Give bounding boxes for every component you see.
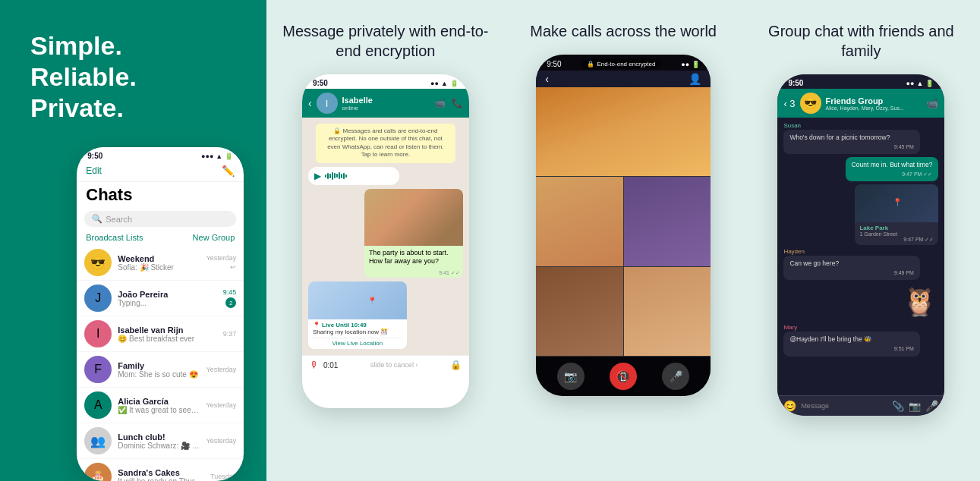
chat-header: Edit ✏️ — [77, 162, 244, 182]
audio-waveform — [325, 171, 393, 181]
mic-icon-group[interactable]: 🎤 — [925, 400, 938, 412]
play-icon[interactable]: ▶ — [314, 171, 321, 181]
group-header: ‹ 3 😎 Friends Group Alice, Hayden, Mary,… — [777, 89, 944, 118]
time-1: 9:50 — [87, 152, 102, 160]
chat-item-alicia[interactable]: A Alicia García ✅ It was great to see yo… — [77, 388, 244, 423]
msg-header-2: ‹ I Isabelle online 📹 📞 — [302, 89, 469, 118]
status-bar-2: 9:50 ●●▲🔋 — [302, 74, 469, 89]
panel-3-subtitle: Make calls across the world — [530, 21, 717, 41]
search-placeholder: Search — [106, 215, 132, 224]
avatar-lunch: 👥 — [84, 427, 112, 454]
location-map-2: 📍 — [855, 184, 938, 222]
back-button-3[interactable]: ‹ — [545, 73, 549, 85]
avatar-family: F — [84, 356, 112, 383]
chat-item-lunch[interactable]: 👥 Lunch club! Dominic Schwarz: 🎥 GIF Yes… — [77, 423, 244, 459]
video-tile-4 — [536, 267, 623, 356]
video-tile-3 — [624, 177, 711, 266]
group-input-bar: 😊 Message 📎 📷 🎤 — [777, 395, 944, 416]
bubble-hayden: Can we go here? 9:49 PM — [783, 256, 920, 280]
chat-info-weekend: Weekend Sofia: 🎉 Sticker — [118, 254, 200, 272]
panel-4: Group chat with friends and family 9:50 … — [742, 0, 980, 481]
encrypted-badge: 🔒 End-to-end encrypted — [581, 59, 661, 69]
msg-susan: Susan Who's down for a picnic tomorrow? … — [783, 122, 938, 154]
recording-bar: 🎙 0:01 slide to cancel ‹ 🔒 — [302, 355, 469, 374]
call-controls: 📷 📵 🎤 — [536, 357, 711, 396]
view-location-button[interactable]: View Live Location — [313, 338, 402, 347]
chat-item-joao[interactable]: J João Pereira Typing... 9:45 2 — [77, 281, 244, 316]
avatar-isabelle: I — [84, 320, 112, 347]
avatar-weekend: 😎 — [84, 249, 112, 276]
group-messages: Susan Who's down for a picnic tomorrow? … — [777, 118, 944, 395]
panel-3: Make calls across the world 9:50 🔒 End-t… — [505, 0, 742, 481]
person-icon-3[interactable]: 👤 — [689, 73, 701, 85]
camera-icon-group[interactable]: 📷 — [909, 401, 921, 412]
msg-mary: Mary @Hayden I'll be bring the 🐝 9:51 PM — [783, 324, 938, 356]
edit-button[interactable]: Edit — [86, 165, 102, 176]
camera-button[interactable]: 📷 — [557, 363, 585, 390]
sharing-text: Sharing my location now 🎊 — [313, 329, 402, 335]
audio-message[interactable]: ▶ — [308, 167, 399, 185]
lock-icon-2: 🔒 — [587, 61, 594, 68]
chat-item-weekend[interactable]: 😎 Weekend Sofia: 🎉 Sticker Yesterday ↩ — [77, 245, 244, 281]
panel-2-subtitle: Message privately with end-to-end encryp… — [279, 21, 492, 61]
panel-2: Message privately with end-to-end encryp… — [266, 0, 504, 481]
group-name: Friends Group — [826, 96, 922, 105]
call-top-bar: ‹ 👤 — [536, 71, 711, 87]
avatar-alicia: A — [84, 391, 112, 419]
chats-title: Chats — [77, 182, 244, 208]
group-avatar: 😎 — [800, 93, 821, 114]
video-tile-5 — [624, 267, 711, 356]
emoji-icon[interactable]: 😊 — [783, 400, 796, 412]
msg-screen-2: 🔒 Messages and calls are end-to-end encr… — [302, 118, 469, 355]
bubble-location[interactable]: 📍 Lake Park 1 Garden Street 9:47 PM ✓✓ — [855, 184, 938, 245]
msg-hayden: Hayden Can we go here? 9:49 PM — [783, 248, 938, 280]
phone-2: 9:50 ●●▲🔋 ‹ I Isabelle online 📹 📞 🔒 Mess… — [302, 74, 469, 408]
chat-item-isabelle[interactable]: I Isabelle van Rijn 😊 Best breakfast eve… — [77, 316, 244, 352]
sticker-bubble: 🦉 — [900, 283, 938, 321]
status-icons-1: ●●● ▲ 🔋 — [201, 152, 233, 160]
mute-button[interactable]: 🎤 — [662, 363, 689, 390]
lock-icon: 🔒 — [450, 360, 462, 370]
mic-icon: 🎙 — [310, 360, 319, 370]
location-message[interactable]: 📍 📍 Live Until 10:49 Sharing my location… — [308, 281, 407, 349]
group-back-button[interactable]: ‹ 3 — [783, 98, 795, 109]
search-bar[interactable]: 🔍 Search — [84, 211, 236, 227]
chat-info-joao: João Pereira Typing... — [118, 290, 216, 307]
chat-info-isabelle: Isabelle van Rijn 😊 Best breakfast ever — [118, 325, 216, 343]
end-call-button[interactable]: 📵 — [610, 363, 637, 390]
phone-call-icon[interactable]: 📞 — [452, 98, 463, 108]
video-call-icon[interactable]: 📹 — [434, 98, 446, 108]
chat-item-sandra[interactable]: 🎂 Sandra's Cakes It will be ready on Thu… — [77, 459, 244, 481]
new-group-link[interactable]: New Group — [193, 233, 235, 242]
group-call-icon[interactable]: 📹 — [926, 98, 938, 109]
search-icon: 🔍 — [92, 214, 102, 224]
panel-1: Simple.Reliable.Private. 9:50 ●●● ▲ 🔋 Ed… — [0, 0, 266, 481]
broadcast-lists-link[interactable]: Broadcast Lists — [86, 233, 143, 242]
compose-icon[interactable]: ✏️ — [222, 165, 235, 177]
system-message: 🔒 Messages and calls are end-to-end encr… — [316, 124, 455, 163]
chat-info-family: Family Mom: She is so cute 😍 — [118, 361, 200, 379]
chat-item-family[interactable]: F Family Mom: She is so cute 😍 Yesterday — [77, 352, 244, 388]
video-tile-1 — [536, 87, 711, 176]
attach-icon[interactable]: 📎 — [892, 401, 904, 412]
avatar-joao: J — [84, 285, 112, 312]
live-location-label: 📍 Live Until 10:49 — [313, 322, 402, 329]
back-button-2[interactable]: ‹ — [308, 97, 312, 109]
status-bar-1: 9:50 ●●● ▲ 🔋 — [77, 147, 244, 162]
slide-to-cancel: slide to cancel ‹ — [342, 361, 446, 369]
video-tile-2 — [536, 177, 623, 266]
video-call-screen: 9:50 🔒 End-to-end encrypted ●●🔋 ‹ 👤 📷 — [536, 55, 711, 396]
bubble-sent-1: Count me in. But what time? 9:47 PM ✓✓ — [846, 157, 939, 181]
phone-1: 9:50 ●●● ▲ 🔋 Edit ✏️ Chats 🔍 Search Broa… — [77, 147, 244, 481]
chat-info-lunch: Lunch club! Dominic Schwarz: 🎥 GIF — [118, 432, 200, 450]
location-pin-icon: 📍 — [367, 297, 377, 305]
panel-1-headline: Simple.Reliable.Private. — [30, 30, 137, 123]
location-pin-icon-2: 📍 — [893, 198, 902, 206]
chat-info-alicia: Alicia García ✅ It was great to see you!… — [118, 397, 200, 414]
chat-info-sandra: Sandra's Cakes It will be ready on Thurs… — [118, 468, 204, 482]
location-map: 📍 — [308, 281, 407, 319]
group-status-bar: 9:50 ●●▲🔋 — [777, 74, 944, 89]
group-members: Alice, Hayden, Mary, Ozzy, Sus... — [826, 105, 922, 111]
bubble-susan: Who's down for a picnic tomorrow? 9:45 P… — [783, 130, 920, 154]
video-grid — [536, 87, 711, 357]
